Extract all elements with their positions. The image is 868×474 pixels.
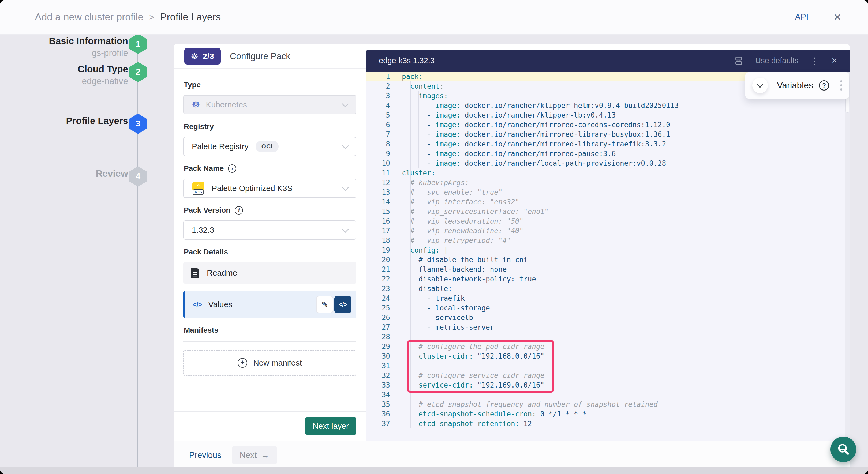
kebab-menu-icon[interactable]: ⋮ bbox=[810, 56, 819, 65]
code-token: # disable the built in cni bbox=[402, 256, 528, 264]
line-number: 18 bbox=[367, 236, 390, 245]
code-line[interactable]: 5 - image: docker.io/rancher/klipper-lb:… bbox=[367, 110, 850, 120]
info-icon[interactable]: i bbox=[228, 164, 236, 173]
code-line[interactable]: 27 - metrics-server bbox=[367, 322, 850, 332]
code-line[interactable]: 6 - image: docker.io/rancher/mirrored-co… bbox=[367, 120, 850, 130]
code-line[interactable]: 13 # svc_enable: "true" bbox=[367, 187, 850, 197]
code-line[interactable]: 20 # disable the built in cni bbox=[367, 255, 850, 264]
line-number: 26 bbox=[367, 313, 390, 322]
variables-kebab-icon[interactable] bbox=[840, 80, 842, 91]
code-line[interactable]: 16 # vip_leaseduration: "50" bbox=[367, 216, 850, 226]
code-line[interactable]: 33 service-cidr: "192.169.0.0/16" bbox=[367, 380, 850, 390]
code-line[interactable]: 25 - local-storage bbox=[367, 303, 850, 313]
code-line[interactable]: 36 etcd-snapshot-schedule-cron: 0 */1 * … bbox=[367, 409, 850, 419]
code-line[interactable]: 9 - image: docker.io/rancher/mirrored-pa… bbox=[367, 149, 850, 159]
code-line[interactable]: 7 - image: docker.io/rancher/mirrored-li… bbox=[367, 130, 850, 139]
code-line[interactable]: 34 bbox=[367, 390, 850, 400]
line-content: - image: docker.io/rancher/klipper-helm:… bbox=[390, 101, 679, 110]
line-content: - image: docker.io/rancher/mirrored-libr… bbox=[390, 130, 670, 139]
line-number: 36 bbox=[367, 409, 390, 419]
code-line[interactable]: 23 disable: bbox=[367, 284, 850, 293]
stepper-step-profile-layers[interactable]: Profile Layers3 bbox=[0, 115, 174, 155]
pack-version-value: 1.32.3 bbox=[192, 225, 214, 234]
code-icon: </> bbox=[193, 301, 202, 309]
line-content: - servicelb bbox=[390, 313, 473, 322]
code-line[interactable]: 21 flannel-backend: none bbox=[367, 264, 850, 274]
code-line[interactable]: 24 - traefik bbox=[367, 293, 850, 303]
code-line[interactable]: 8 - image: docker.io/rancher/mirrored-li… bbox=[367, 139, 850, 149]
line-content: - metrics-server bbox=[390, 322, 494, 332]
code-token: docker.io/rancher/mirrored-library-traef… bbox=[461, 140, 666, 148]
code-line[interactable]: 37 etcd-snapshot-retention: 12 bbox=[367, 419, 850, 429]
editor-scrollbar[interactable] bbox=[845, 72, 850, 441]
code-line[interactable]: 12 # kubevipArgs: bbox=[367, 178, 850, 187]
code-line[interactable]: 14 # vip_interface: "ens32" bbox=[367, 197, 850, 207]
editor-close-icon[interactable]: ✕ bbox=[831, 57, 837, 65]
code-line[interactable]: 22 disable-network-policy: true bbox=[367, 274, 850, 284]
kubernetes-wheel-icon: ☸ bbox=[191, 52, 198, 61]
code-line[interactable]: 28 bbox=[367, 332, 850, 342]
registry-select[interactable]: Palette Registry OCI bbox=[183, 137, 356, 156]
indent-guide bbox=[410, 82, 411, 429]
edit-values-button[interactable]: ✎ bbox=[316, 296, 333, 313]
pack-name-label: Pack Name i bbox=[184, 164, 356, 173]
line-content: flannel-backend: none bbox=[390, 264, 506, 274]
pack-name-select[interactable]: ⌃ K3S Palette Optimized K3S bbox=[183, 179, 356, 198]
breadcrumb-parent-link[interactable]: Add a new cluster profile bbox=[35, 11, 143, 23]
code-line[interactable]: 26 - servicelb bbox=[367, 313, 850, 322]
code-line[interactable]: 32 # configure service cidr range bbox=[367, 371, 850, 380]
line-content: - image: docker.io/rancher/klipper-lb:v0… bbox=[390, 110, 616, 120]
close-icon[interactable]: ✕ bbox=[834, 12, 841, 22]
text-cursor bbox=[450, 246, 450, 254]
step-labels: Profile Layers bbox=[66, 115, 128, 127]
code-line[interactable]: 10 - image: docker.io/rancher/local-path… bbox=[367, 159, 850, 168]
line-number: 24 bbox=[367, 293, 390, 303]
code-line[interactable]: 29 # configure the pod cidr range bbox=[367, 342, 850, 351]
registry-label: Registry bbox=[184, 122, 356, 131]
previous-button[interactable]: Previous bbox=[189, 450, 222, 460]
app-header: Add a new cluster profile > Profile Laye… bbox=[0, 0, 868, 35]
stepper-step-review[interactable]: Review4 bbox=[0, 167, 174, 208]
code-line[interactable]: 30 cluster-cidr: "192.168.0.0/16" bbox=[367, 351, 850, 361]
code-token: docker.io/rancher/klipper-lb:v0.4.13 bbox=[461, 111, 616, 119]
search-fab-button[interactable] bbox=[831, 437, 856, 462]
code-token: docker.io/rancher/mirrored-pause:3.6 bbox=[461, 150, 616, 158]
line-number: 29 bbox=[367, 342, 390, 351]
pack-version-select[interactable]: 1.32.3 bbox=[183, 220, 356, 240]
code-line[interactable]: 18 # vip_retryperiod: "4" bbox=[367, 236, 850, 245]
code-line[interactable]: 31 bbox=[367, 361, 850, 371]
code-line[interactable]: 4 - image: docker.io/rancher/klipper-hel… bbox=[367, 101, 850, 110]
code-line[interactable]: 11cluster: bbox=[367, 168, 850, 178]
code-area[interactable]: 1pack:2 content:3 images:4 - image: dock… bbox=[367, 72, 850, 441]
stepper-step-cloud-type[interactable]: Cloud Typeedge-native2 bbox=[0, 63, 174, 103]
api-button[interactable]: API bbox=[795, 12, 808, 22]
window-bottom-strip bbox=[0, 467, 868, 474]
diff-view-icon[interactable] bbox=[734, 56, 743, 66]
values-actions: ✎ </> bbox=[316, 296, 351, 313]
oci-badge: OCI bbox=[255, 140, 279, 152]
code-line[interactable]: 35 # etcd snapshot frequency and number … bbox=[367, 400, 850, 409]
line-content: # vip_retryperiod: "4" bbox=[390, 236, 511, 245]
next-layer-button[interactable]: Next layer bbox=[305, 417, 356, 435]
kubernetes-icon: ☸ bbox=[192, 100, 200, 109]
line-content: service-cidr: "192.169.0.0/16" bbox=[390, 380, 545, 390]
info-icon[interactable]: i bbox=[235, 206, 243, 215]
code-line[interactable]: 17 # vip_renewdeadline: "40" bbox=[367, 226, 850, 236]
code-view-button[interactable]: </> bbox=[334, 296, 351, 313]
help-icon[interactable]: ? bbox=[819, 80, 829, 91]
next-button[interactable]: Next → bbox=[232, 446, 277, 464]
code-token: # configure the pod cidr range bbox=[402, 343, 545, 351]
pack-details-label: Pack Details bbox=[184, 248, 356, 256]
code-line[interactable]: 15 # vip_servicesinterface: "eno1" bbox=[367, 207, 850, 216]
variables-collapse-button[interactable] bbox=[752, 78, 768, 93]
code-line[interactable]: 19 config: | bbox=[367, 245, 850, 255]
new-manifest-button[interactable]: + New manifest bbox=[183, 350, 356, 376]
type-value: Kubernetes bbox=[206, 100, 247, 109]
readme-tab[interactable]: Readme bbox=[183, 262, 356, 284]
use-defaults-button[interactable]: Use defaults bbox=[755, 56, 798, 65]
line-content: - traefik bbox=[390, 293, 465, 303]
line-number: 33 bbox=[367, 380, 390, 390]
line-number: 25 bbox=[367, 303, 390, 313]
values-tab[interactable]: </> Values ✎ </> bbox=[183, 291, 356, 318]
line-number: 5 bbox=[367, 110, 390, 120]
